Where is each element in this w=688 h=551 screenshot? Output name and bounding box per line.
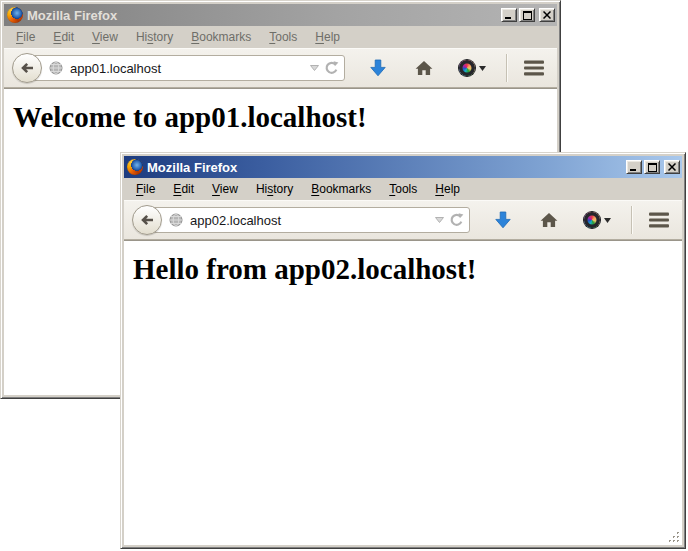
dropdown-triangle-icon [310,65,319,71]
window-controls [501,8,555,22]
back-button[interactable] [12,53,42,83]
reload-button[interactable] [324,61,339,75]
title-bar[interactable]: Mozilla Firefox [4,4,557,26]
reload-button[interactable] [449,213,464,227]
navigation-toolbar [124,200,682,240]
close-icon [543,11,551,19]
home-icon [415,60,433,76]
site-identity-button[interactable] [169,213,183,227]
globe-icon [49,61,63,75]
home-button[interactable] [415,60,433,76]
browser-window-app02: Mozilla Firefox FileEditViewHistoryBookm… [120,152,686,549]
maximize-icon [648,163,657,172]
menu-item-edit[interactable]: Edit [44,27,83,47]
caret-down-icon [479,66,486,71]
url-input[interactable] [68,61,305,76]
menu-item-tools[interactable]: Tools [260,27,306,47]
minimize-icon [505,11,513,19]
open-menu-button[interactable] [523,60,545,76]
downloads-button[interactable] [494,211,512,229]
menu-item-bookmarks[interactable]: Bookmarks [302,179,380,199]
url-bar[interactable] [148,207,470,233]
page-heading: Welcome to app01.localhost! [13,101,557,134]
urlbar-dropdown-button[interactable] [435,217,444,223]
hamburger-icon [648,212,670,228]
toolbar-separator [506,54,507,82]
menu-item-file[interactable]: File [127,179,164,199]
menu-item-view[interactable]: View [83,27,127,47]
reload-icon [449,213,464,227]
menu-item-help[interactable]: Help [426,179,469,199]
url-bar[interactable] [28,55,345,81]
download-arrow-icon [369,59,387,77]
maximize-button[interactable] [519,8,535,22]
window-title: Mozilla Firefox [27,8,497,23]
maximize-icon [523,11,532,20]
hamburger-icon [523,60,545,76]
addon-color-wheel-button[interactable] [584,212,611,228]
minimize-button[interactable] [501,8,517,22]
close-icon [668,163,676,171]
title-bar[interactable]: Mozilla Firefox [124,156,682,178]
menu-item-history[interactable]: History [127,27,182,47]
menu-item-help[interactable]: Help [306,27,349,47]
caret-down-icon [604,218,611,223]
menu-item-file[interactable]: File [7,27,44,47]
urlbar-dropdown-button[interactable] [310,65,319,71]
color-wheel-icon [584,212,600,228]
close-button[interactable] [539,8,555,22]
menu-item-bookmarks[interactable]: Bookmarks [182,27,260,47]
toolbar-separator [631,206,632,234]
open-menu-button[interactable] [648,212,670,228]
url-input[interactable] [188,213,430,228]
dropdown-triangle-icon [435,217,444,223]
menu-bar: FileEditViewHistoryBookmarksToolsHelp [124,178,682,200]
menu-bar: FileEditViewHistoryBookmarksToolsHelp [4,26,557,48]
firefox-logo-icon [127,159,143,175]
page-heading: Hello from app02.localhost! [133,253,682,286]
window-title: Mozilla Firefox [147,160,622,175]
home-button[interactable] [540,212,558,228]
window-controls [626,160,680,174]
resize-grip[interactable] [667,530,680,543]
addon-color-wheel-button[interactable] [459,60,486,76]
maximize-button[interactable] [644,160,660,174]
page-content-app02: Hello from app02.localhost! [124,240,682,545]
close-button[interactable] [664,160,680,174]
menu-item-view[interactable]: View [203,179,247,199]
back-button[interactable] [132,205,162,235]
back-arrow-icon [19,61,35,75]
firefox-logo-icon [7,7,23,23]
reload-icon [324,61,339,75]
minimize-icon [630,163,638,171]
download-arrow-icon [494,211,512,229]
site-identity-button[interactable] [49,61,63,75]
globe-icon [169,213,183,227]
menu-item-tools[interactable]: Tools [380,179,426,199]
minimize-button[interactable] [626,160,642,174]
downloads-button[interactable] [369,59,387,77]
back-arrow-icon [139,213,155,227]
menu-item-edit[interactable]: Edit [164,179,203,199]
home-icon [540,212,558,228]
color-wheel-icon [459,60,475,76]
menu-item-history[interactable]: History [247,179,302,199]
navigation-toolbar [4,48,557,88]
